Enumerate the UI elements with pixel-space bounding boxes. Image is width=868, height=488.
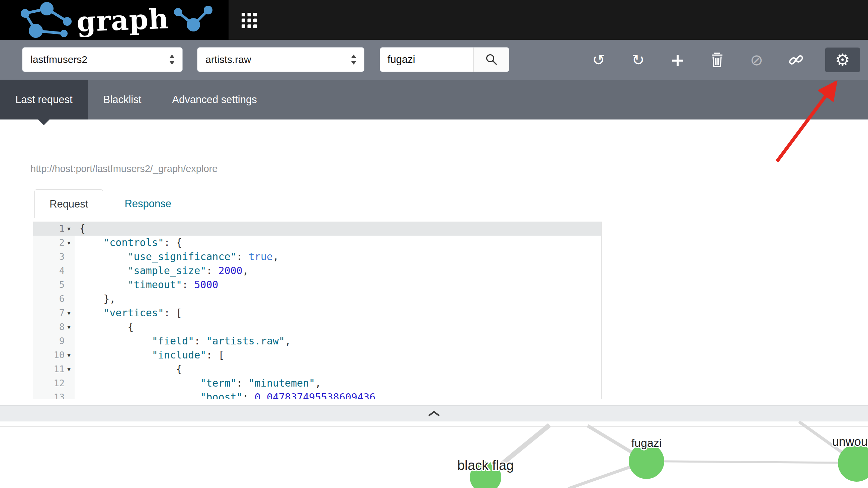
editor-line[interactable]: 6 }, bbox=[33, 292, 601, 306]
line-number: 1▾ bbox=[33, 221, 74, 236]
code-line-text: "include": [ bbox=[74, 348, 224, 362]
delete-button[interactable] bbox=[707, 48, 727, 72]
fold-caret-icon[interactable]: ▾ bbox=[65, 306, 73, 320]
search-button[interactable] bbox=[473, 48, 509, 72]
editor-line[interactable]: 7▾ "vertices": [ bbox=[33, 306, 601, 320]
editor-line[interactable]: 8▾ { bbox=[33, 320, 601, 334]
search-input[interactable] bbox=[380, 48, 473, 72]
settings-button[interactable]: ⚙ bbox=[825, 48, 860, 72]
editor-line[interactable]: 13 "boost": 0.047837495538609436 bbox=[33, 390, 601, 399]
tab-label: Advanced settings bbox=[172, 94, 257, 106]
search-box bbox=[380, 47, 509, 72]
graph-logo[interactable]: graph bbox=[0, 0, 228, 40]
plus-icon: + bbox=[670, 51, 685, 69]
graph-edge bbox=[647, 461, 857, 463]
toolbar-actions: ↺ ↻ + ⊘ bbox=[588, 40, 860, 80]
gear-icon: ⚙ bbox=[835, 52, 850, 68]
settings-tabbar: Last request Blacklist Advanced settings bbox=[0, 80, 868, 120]
line-number: 12 bbox=[33, 376, 74, 390]
tab-label: Last request bbox=[16, 94, 72, 106]
tab-response[interactable]: Response bbox=[110, 189, 186, 218]
redo-button[interactable]: ↻ bbox=[628, 48, 649, 72]
editor-line[interactable]: 10▾ "include": [ bbox=[33, 348, 601, 362]
code-editor[interactable]: 1▾{2▾ "controls": {3 "use_significance":… bbox=[33, 221, 846, 399]
top-navbar: graph bbox=[0, 0, 868, 40]
add-button[interactable]: + bbox=[667, 48, 688, 72]
logo-network-right-icon bbox=[170, 3, 214, 37]
line-number: 13 bbox=[33, 390, 74, 399]
code-line-text: "timeout": 5000 bbox=[74, 278, 218, 292]
line-number: 2▾ bbox=[33, 236, 74, 250]
field-select-value: artists.raw bbox=[206, 54, 251, 65]
code-line-text: { bbox=[74, 320, 134, 334]
graph-node-label: black flag bbox=[458, 458, 514, 472]
tab-advanced-settings[interactable]: Advanced settings bbox=[157, 80, 272, 120]
select-stepper-icon bbox=[168, 54, 176, 66]
search-icon bbox=[485, 53, 498, 66]
line-number: 7▾ bbox=[33, 306, 74, 320]
graph-node-label: fugazi bbox=[631, 436, 662, 449]
editor-line[interactable]: 5 "timeout": 5000 bbox=[33, 278, 601, 292]
search-toolbar: lastfmusers2 artists.raw ↺ ↻ + bbox=[0, 40, 868, 80]
fold-caret-icon[interactable]: ▾ bbox=[65, 320, 73, 334]
logo-text: graph bbox=[76, 5, 169, 35]
code-line-text: "vertices": [ bbox=[74, 306, 182, 320]
block-button[interactable]: ⊘ bbox=[746, 48, 767, 72]
index-select-value: lastfmusers2 bbox=[30, 54, 87, 65]
line-number: 3 bbox=[33, 250, 74, 264]
app-switcher-button[interactable] bbox=[240, 11, 258, 29]
select-stepper-icon bbox=[350, 54, 358, 66]
editor-line[interactable]: 2▾ "controls": { bbox=[33, 236, 601, 250]
editor-line[interactable]: 9 "field": "artists.raw", bbox=[33, 334, 601, 348]
undo-history-button[interactable]: ↺ bbox=[588, 48, 609, 72]
undo-history-icon: ↺ bbox=[592, 52, 605, 68]
tab-label: Blacklist bbox=[103, 94, 142, 106]
code-line-text: "term": "minutemen", bbox=[74, 376, 321, 390]
line-number: 6 bbox=[33, 292, 74, 306]
code-line-text: { bbox=[74, 362, 182, 376]
link-icon bbox=[788, 52, 804, 68]
code-line-text: { bbox=[74, 221, 85, 236]
block-icon: ⊘ bbox=[750, 52, 763, 68]
graph-node-label: unwound bbox=[832, 435, 868, 449]
field-select[interactable]: artists.raw bbox=[197, 47, 364, 72]
request-response-tabs: Request Response bbox=[34, 189, 186, 218]
graph-canvas[interactable]: black flagfugaziunwound bbox=[0, 421, 868, 488]
line-number: 8▾ bbox=[33, 320, 74, 334]
code-line-text: "sample_size": 2000, bbox=[74, 264, 249, 278]
graph-node[interactable] bbox=[838, 444, 868, 482]
subtab-label: Request bbox=[50, 198, 88, 210]
fold-caret-icon[interactable]: ▾ bbox=[65, 362, 73, 376]
logo-network-left-icon bbox=[14, 1, 74, 39]
editor-line[interactable]: 12 "term": "minutemen", bbox=[33, 376, 601, 390]
redo-icon: ↻ bbox=[632, 52, 645, 68]
code-line-text: "boost": 0.047837495538609436 bbox=[74, 390, 375, 399]
code-line-text: "use_significance": true, bbox=[74, 250, 279, 264]
line-number: 4 bbox=[33, 264, 74, 278]
line-number: 9 bbox=[33, 334, 74, 348]
fold-caret-icon[interactable]: ▾ bbox=[65, 348, 73, 362]
line-number: 11▾ bbox=[33, 362, 74, 376]
apps-grid-icon bbox=[242, 13, 257, 28]
fold-caret-icon[interactable]: ▾ bbox=[65, 221, 73, 236]
link-button[interactable] bbox=[786, 48, 806, 72]
editor-line[interactable]: 11▾ { bbox=[33, 362, 601, 376]
editor-line[interactable]: 3 "use_significance": true, bbox=[33, 250, 601, 264]
tab-request[interactable]: Request bbox=[34, 189, 103, 218]
fold-caret-icon[interactable]: ▾ bbox=[65, 236, 73, 250]
editor-line[interactable]: 1▾{ bbox=[33, 221, 601, 236]
trash-icon bbox=[710, 52, 724, 68]
subtab-label: Response bbox=[124, 198, 171, 210]
tab-blacklist[interactable]: Blacklist bbox=[88, 80, 157, 120]
line-number: 5 bbox=[33, 278, 74, 292]
collapse-panel-button[interactable] bbox=[0, 405, 868, 421]
editor-line[interactable]: 4 "sample_size": 2000, bbox=[33, 264, 601, 278]
line-number: 10▾ bbox=[33, 348, 74, 362]
request-url: http://host:port/lastfmusers2/_graph/exp… bbox=[30, 163, 217, 174]
chevron-up-icon bbox=[428, 411, 440, 416]
code-line-text: "field": "artists.raw", bbox=[74, 334, 291, 348]
tab-last-request[interactable]: Last request bbox=[0, 80, 88, 120]
index-select[interactable]: lastfmusers2 bbox=[22, 47, 183, 72]
editor-print-margin bbox=[601, 221, 602, 399]
code-line-text: }, bbox=[74, 292, 116, 306]
